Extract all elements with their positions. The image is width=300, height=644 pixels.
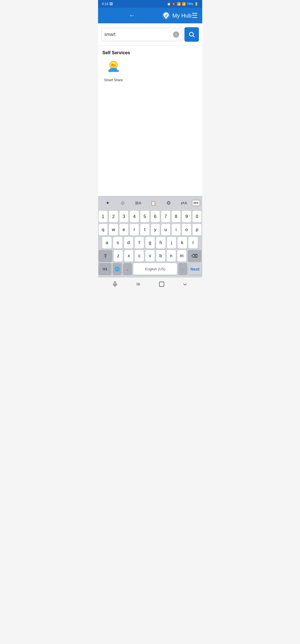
nav-lines-button[interactable] xyxy=(131,278,145,291)
key-k[interactable]: k xyxy=(178,237,187,249)
key-l[interactable]: l xyxy=(188,237,198,249)
wifi-icon: 📶 xyxy=(177,2,181,6)
main-content: Self Services Rs Smart S xyxy=(98,46,202,140)
shift-key[interactable]: ⇧ xyxy=(99,250,112,262)
keyboard-sparkle-button[interactable]: ✦ xyxy=(100,198,115,208)
search-container: × xyxy=(98,23,202,46)
keyboard-sticker-button[interactable]: ⊞A xyxy=(131,198,146,208)
app-title-text: My Hub xyxy=(172,13,192,19)
key-3[interactable]: 3 xyxy=(119,211,129,222)
key-z[interactable]: z xyxy=(114,250,123,262)
key-n[interactable]: n xyxy=(167,250,176,262)
globe-key[interactable]: 🌐 xyxy=(113,263,122,275)
key-t[interactable]: t xyxy=(140,224,149,236)
key-v[interactable]: v xyxy=(145,250,154,262)
svg-rect-6 xyxy=(111,68,112,71)
app-bar: ← My Hub ☰ xyxy=(98,8,202,23)
svg-rect-9 xyxy=(116,68,117,71)
app-title: My Hub xyxy=(162,11,192,20)
empty-space xyxy=(98,140,202,196)
next-key[interactable]: Next xyxy=(189,263,202,275)
key-9[interactable]: 9 xyxy=(182,211,191,222)
key-q[interactable]: q xyxy=(99,224,108,236)
key-2[interactable]: 2 xyxy=(109,211,118,222)
key-f[interactable]: f xyxy=(135,237,144,249)
menu-button[interactable]: ☰ xyxy=(192,12,198,19)
key-c[interactable]: c xyxy=(135,250,144,262)
search-button[interactable] xyxy=(184,27,199,42)
status-left: 4:14 🖼 xyxy=(102,2,113,6)
key-r[interactable]: r xyxy=(130,224,139,236)
gallery-icon: 🖼 xyxy=(109,2,113,6)
comma-key[interactable]: , xyxy=(123,263,132,275)
battery-label: 79% xyxy=(187,2,193,6)
period-key[interactable]: . xyxy=(178,263,187,275)
back-nav-button[interactable] xyxy=(178,278,192,291)
smart-share-icon-wrap: Rs xyxy=(105,60,122,76)
key-j[interactable]: j xyxy=(167,237,176,249)
svg-text:Rs: Rs xyxy=(111,63,116,67)
key-d[interactable]: d xyxy=(124,237,133,249)
backspace-key[interactable]: ⌫ xyxy=(188,250,202,262)
status-right: ⏰ 🔇 📶 📶 79% 🔋 xyxy=(167,2,198,6)
key-u[interactable]: u xyxy=(161,224,170,236)
mic-button[interactable] xyxy=(108,278,122,291)
back-button[interactable]: ← xyxy=(102,11,162,21)
key-i[interactable]: i xyxy=(172,224,181,236)
key-1[interactable]: 1 xyxy=(99,211,108,222)
key-7[interactable]: 7 xyxy=(161,211,170,222)
keyboard-toolbar: ✦ ☺ ⊞A 📋 ⚙ ⇄A ••• xyxy=(98,196,202,210)
mute-icon: 🔇 xyxy=(172,2,176,6)
key-e[interactable]: e xyxy=(119,224,129,236)
telenor-logo-icon xyxy=(162,11,170,20)
key-w[interactable]: w xyxy=(109,224,118,236)
keyboard-settings-button[interactable]: ⚙ xyxy=(161,198,176,208)
key-o[interactable]: o xyxy=(182,224,191,236)
service-grid: Rs Smart Share xyxy=(102,60,198,82)
key-x[interactable]: x xyxy=(124,250,133,262)
svg-rect-8 xyxy=(114,68,115,71)
key-6[interactable]: 6 xyxy=(151,211,160,222)
key-h[interactable]: h xyxy=(156,237,166,249)
key-4[interactable]: 4 xyxy=(130,211,139,222)
asdf-row: a s d f g h j k l xyxy=(99,237,202,249)
key-5[interactable]: 5 xyxy=(140,211,149,222)
zxcv-row: ⇧ z x c v b n m ⌫ xyxy=(99,250,202,262)
smart-share-icon: Rs xyxy=(106,60,122,76)
home-button[interactable] xyxy=(155,278,169,291)
bottom-row: !#1 🌐 , English (US) . Next xyxy=(99,263,202,275)
keyboard-clipboard-button[interactable]: 📋 xyxy=(146,198,161,208)
time: 4:14 xyxy=(102,2,108,6)
search-input[interactable] xyxy=(104,32,173,37)
battery-icon: 🔋 xyxy=(194,2,198,6)
keyboard-emoji-button[interactable]: ☺ xyxy=(116,198,130,208)
key-0[interactable]: 0 xyxy=(192,211,202,222)
key-b[interactable]: b xyxy=(156,250,165,262)
key-y[interactable]: y xyxy=(151,224,160,236)
key-s[interactable]: s xyxy=(113,237,122,249)
keyboard-translate-button[interactable]: ⇄A xyxy=(177,198,191,208)
key-a[interactable]: a xyxy=(102,237,112,249)
service-item-smart-share[interactable]: Rs Smart Share xyxy=(102,60,125,82)
key-p[interactable]: p xyxy=(192,224,202,236)
key-m[interactable]: m xyxy=(177,250,186,262)
signal-icon: 📶 xyxy=(182,2,186,6)
svg-line-2 xyxy=(193,36,194,37)
chevron-down-icon xyxy=(182,281,188,287)
keyboard-more-button[interactable]: ••• xyxy=(192,200,200,206)
symbols-key[interactable]: !#1 xyxy=(99,263,112,275)
smart-share-label: Smart Share xyxy=(104,78,123,82)
alarm-icon: ⏰ xyxy=(167,2,171,6)
space-key[interactable]: English (US) xyxy=(133,263,177,275)
keyboard: 1 2 3 4 5 6 7 8 9 0 q w e r t y u i o p … xyxy=(98,210,202,277)
number-row: 1 2 3 4 5 6 7 8 9 0 xyxy=(99,211,202,222)
clear-button[interactable]: × xyxy=(173,31,179,38)
section-title: Self Services xyxy=(102,50,198,55)
qwerty-row: q w e r t y u i o p xyxy=(99,224,202,236)
svg-rect-15 xyxy=(159,282,164,286)
key-8[interactable]: 8 xyxy=(172,211,181,222)
home-icon xyxy=(159,281,165,287)
key-g[interactable]: g xyxy=(145,237,155,249)
nav-lines-icon xyxy=(135,281,141,287)
svg-rect-7 xyxy=(112,68,114,71)
